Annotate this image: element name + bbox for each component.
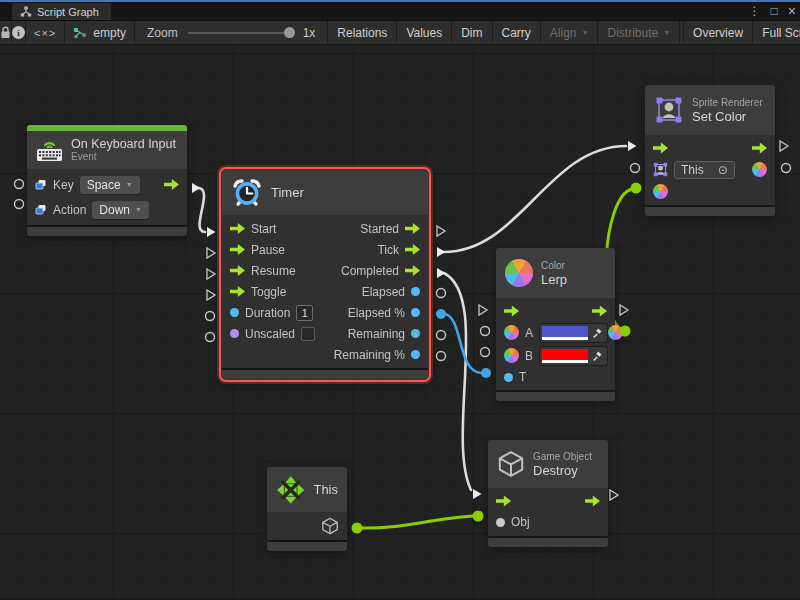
flow-out-icon[interactable] <box>585 496 600 507</box>
setcolor-trigger-out-port[interactable] <box>778 140 790 153</box>
color-a-field[interactable] <box>539 323 608 343</box>
color-a-swatch[interactable] <box>542 326 588 340</box>
window-menu-icon[interactable]: ⋮ <box>749 4 761 18</box>
maximize-icon[interactable]: □ <box>771 4 778 18</box>
timer-start-port[interactable] <box>205 226 217 239</box>
destroy-trigger-in-port[interactable] <box>471 488 483 501</box>
target-object-field[interactable]: This ⊙ <box>674 161 735 179</box>
graph-canvas[interactable]: On Keyboard Input Event Key Space▼ <box>0 45 800 598</box>
setcolor-target-port[interactable] <box>629 162 641 174</box>
value-port-icon[interactable] <box>411 308 420 317</box>
overview-button[interactable]: Overview <box>683 21 753 44</box>
flow-out-icon[interactable] <box>592 306 607 317</box>
wire-tick-to-setcolor[interactable] <box>444 146 626 252</box>
lerp-trigger-in-port[interactable] <box>477 304 489 317</box>
lerp-a-port[interactable] <box>479 325 491 337</box>
node-destroy[interactable]: Game Object Destroy Obj <box>488 440 608 547</box>
flow-out-icon[interactable] <box>405 223 420 234</box>
timer-duration-port[interactable] <box>204 310 216 322</box>
color-port-icon[interactable] <box>504 325 519 340</box>
lerp-result-port[interactable] <box>619 325 632 338</box>
node-set-color[interactable]: Sprite Renderer Set Color <box>645 85 775 216</box>
node-timer[interactable]: Timer Start Started Pause Tick Resume Co… <box>222 170 428 379</box>
color-port-icon[interactable] <box>504 348 519 363</box>
color-port-icon[interactable] <box>653 184 668 199</box>
eyedropper-icon[interactable] <box>592 350 603 361</box>
lock-button[interactable] <box>0 21 12 44</box>
code-view-button[interactable]: <×> <box>26 21 65 44</box>
value-port-icon[interactable] <box>230 308 239 317</box>
duration-input[interactable]: 1 <box>296 305 313 321</box>
node-this[interactable]: This <box>267 467 347 551</box>
destroy-obj-port[interactable] <box>472 510 485 523</box>
color-port-icon[interactable] <box>752 162 767 177</box>
value-port-icon[interactable] <box>496 518 505 527</box>
flow-in-icon[interactable] <box>653 143 668 154</box>
zoom-slider-knob[interactable] <box>284 27 295 38</box>
timer-toggle-port[interactable] <box>205 289 217 302</box>
eyedropper-icon[interactable] <box>592 327 603 338</box>
flow-in-icon[interactable] <box>230 286 245 297</box>
close-icon[interactable]: × <box>788 3 796 19</box>
graph-reference[interactable]: empty <box>65 21 135 44</box>
keyboard-icon <box>36 138 63 162</box>
timer-elapsed-percent-port[interactable] <box>435 308 447 320</box>
flow-out-icon[interactable] <box>405 244 420 255</box>
value-port-icon[interactable] <box>504 373 513 382</box>
keyboard-trigger-out-port[interactable] <box>190 182 202 195</box>
unscaled-checkbox[interactable] <box>301 327 315 341</box>
values-button[interactable]: Values <box>397 21 452 44</box>
timer-resume-port[interactable] <box>205 268 217 281</box>
setcolor-trigger-in-port[interactable] <box>626 140 638 153</box>
timer-tick-port[interactable] <box>435 246 447 259</box>
trigger-out-port-icon[interactable] <box>164 179 179 190</box>
timer-elapsed-port[interactable] <box>435 287 447 299</box>
game-object-cube-icon[interactable] <box>321 517 339 535</box>
value-port-icon[interactable] <box>411 350 420 359</box>
flow-in-icon[interactable] <box>504 306 519 317</box>
lerp-t-port[interactable] <box>480 367 492 379</box>
timer-remaining-percent-port[interactable] <box>435 350 447 362</box>
key-dropdown[interactable]: Space▼ <box>80 176 140 194</box>
flow-out-icon[interactable] <box>752 143 767 154</box>
timer-completed-port[interactable] <box>435 267 447 280</box>
setcolor-color-port[interactable] <box>630 182 643 195</box>
keyboard-key-in-port[interactable] <box>13 178 25 190</box>
relations-button[interactable]: Relations <box>328 21 397 44</box>
timer-remaining-port[interactable] <box>435 329 447 341</box>
carry-button[interactable]: Carry <box>493 21 541 44</box>
wire-elapsed-percent-to-lerp-t[interactable] <box>444 314 481 373</box>
node-category: Game Object <box>533 451 592 463</box>
destroy-trigger-out-port[interactable] <box>608 489 620 502</box>
flow-in-icon[interactable] <box>230 265 245 276</box>
info-button[interactable]: i <box>12 21 26 44</box>
dim-button[interactable]: Dim <box>452 21 492 44</box>
color-b-field[interactable] <box>539 346 608 366</box>
lerp-trigger-out-port[interactable] <box>618 304 630 317</box>
flow-in-icon[interactable] <box>230 244 245 255</box>
timer-started-port[interactable] <box>435 225 447 238</box>
object-picker-icon[interactable]: ⊙ <box>718 163 728 177</box>
flow-in-icon[interactable] <box>496 496 511 507</box>
action-dropdown[interactable]: Down▼ <box>92 201 149 219</box>
node-color-lerp[interactable]: Color Lerp A <box>496 248 615 401</box>
tab-script-graph[interactable]: Script Graph <box>12 3 111 20</box>
wire-this-to-destroy-obj[interactable] <box>358 516 474 528</box>
flow-in-icon[interactable] <box>230 223 245 234</box>
color-b-swatch[interactable] <box>542 349 588 363</box>
setcolor-result-port[interactable] <box>780 162 792 174</box>
timer-unscaled-port[interactable] <box>204 331 216 343</box>
value-port-icon[interactable] <box>411 329 420 338</box>
this-out-port[interactable] <box>351 522 364 535</box>
flow-out-icon[interactable] <box>405 265 420 276</box>
zoom-slider[interactable] <box>188 32 293 34</box>
wire-completed-to-destroy[interactable] <box>444 273 471 490</box>
wire-keyboard-to-timer-start[interactable] <box>198 188 205 232</box>
value-port-icon[interactable] <box>411 287 420 296</box>
timer-pause-port[interactable] <box>205 247 217 260</box>
lerp-b-port[interactable] <box>479 346 491 358</box>
value-port-icon[interactable] <box>230 329 239 338</box>
fullscreen-button[interactable]: Full Screen <box>753 21 800 44</box>
node-on-keyboard-input[interactable]: On Keyboard Input Event Key Space▼ <box>27 125 187 236</box>
keyboard-action-in-port[interactable] <box>13 198 25 210</box>
